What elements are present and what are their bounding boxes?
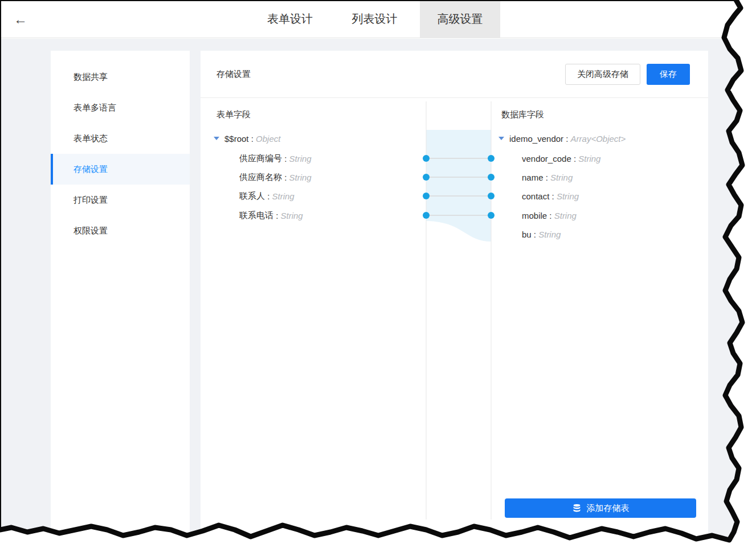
database-fields-column-header: 数据库字段 [501,109,544,120]
node-name: name [522,173,543,182]
save-button[interactable]: 保存 [647,64,690,85]
tab-advanced-settings[interactable]: 高级设置 [420,0,500,38]
form-field-row[interactable]: 联系电话 : String [239,209,303,222]
node-separator: : [249,134,256,144]
node-type: String [557,191,579,201]
node-separator: : [282,154,289,163]
storage-settings-panel: 存储设置 关闭高级存储 保存 [201,51,708,548]
database-field-row[interactable]: contact : String [522,190,579,202]
top-navigation-bar: ← 表单设计 列表设计 高级设置 [0,0,756,38]
sidebar-item-permission-settings[interactable]: 权限设置 [51,215,190,246]
connection-dot[interactable] [423,212,430,219]
chevron-down-icon[interactable] [498,137,504,140]
node-name: $$root [224,134,249,144]
form-field-row[interactable]: 联系人 : String [239,190,295,202]
panel-title: 存储设置 [216,69,251,80]
sidebar-item-form-status[interactable]: 表单状态 [51,123,190,154]
node-name: 联系人 [239,191,265,202]
form-field-row[interactable]: 供应商编号 : String [239,152,312,165]
node-separator: : [282,173,289,182]
node-separator: : [273,211,281,220]
form-field-row[interactable]: 供应商名称 : String [239,171,312,183]
database-field-row[interactable]: mobile : String [522,209,577,222]
node-type: String [554,211,577,220]
sidebar-item-print-settings[interactable]: 打印设置 [51,185,190,215]
tab-list-design[interactable]: 列表设计 [334,0,415,38]
sidebar-item-form-multilanguage[interactable]: 表单多语言 [51,92,190,123]
node-separator: : [265,191,272,201]
node-type: String [578,154,600,163]
node-type: String [272,191,295,201]
database-field-row[interactable]: vendor_code : String [522,152,600,165]
node-separator: : [571,154,579,163]
node-name: bu [522,230,532,239]
back-arrow-icon[interactable]: ← [8,0,33,38]
app-window: ← 表单设计 列表设计 高级设置 数据共享 表单多语言 表单状态 存储设置 打印… [0,0,756,548]
database-root-node[interactable]: idemo_vendor : Array<Object> [498,132,626,145]
sidebar-item-storage-settings[interactable]: 存储设置 [51,154,190,185]
connection-dot[interactable] [488,174,495,181]
add-storage-table-button[interactable]: 添加存储表 [505,498,696,518]
database-field-row[interactable]: bu : String [522,228,561,240]
add-storage-table-label: 添加存储表 [587,503,630,514]
connection-dot[interactable] [423,155,430,162]
form-fields-column-header: 表单字段 [216,109,251,120]
node-separator: : [549,191,557,201]
database-icon [572,504,582,513]
connection-dot[interactable] [488,212,495,219]
node-name: 供应商编号 [239,153,282,164]
node-separator: : [532,230,539,239]
chevron-down-icon[interactable] [214,137,219,140]
node-type: Object [256,134,280,144]
tab-form-design[interactable]: 表单设计 [250,0,330,38]
node-name: idemo_vendor [509,134,563,144]
connection-dot[interactable] [488,193,495,199]
node-type: String [289,154,312,163]
node-separator: : [563,134,571,144]
node-type: String [289,173,312,182]
database-field-row[interactable]: name : String [522,171,573,183]
panel-header: 存储设置 关闭高级存储 保存 [201,51,708,98]
node-name: contact [522,191,549,201]
node-type: Array<Object> [571,134,626,144]
close-advanced-storage-button[interactable]: 关闭高级存储 [565,64,640,85]
connection-dot[interactable] [423,193,430,199]
sidebar-item-data-sharing[interactable]: 数据共享 [51,62,190,92]
form-root-node[interactable]: $$root : Object [214,132,280,145]
settings-sidebar: 数据共享 表单多语言 表单状态 存储设置 打印设置 权限设置 [51,51,190,548]
mapping-highlight-region [426,130,491,242]
node-name: 供应商名称 [239,172,282,183]
node-name: 联系电话 [239,210,273,221]
node-separator: : [547,211,554,220]
node-type: String [550,173,573,182]
field-mapping-canvas [201,51,708,548]
connection-dot[interactable] [488,155,495,162]
connection-dot[interactable] [423,174,430,181]
node-name: mobile [522,211,547,220]
node-type: String [538,230,561,239]
node-name: vendor_code [522,154,571,163]
node-type: String [281,211,303,220]
node-separator: : [543,173,551,182]
